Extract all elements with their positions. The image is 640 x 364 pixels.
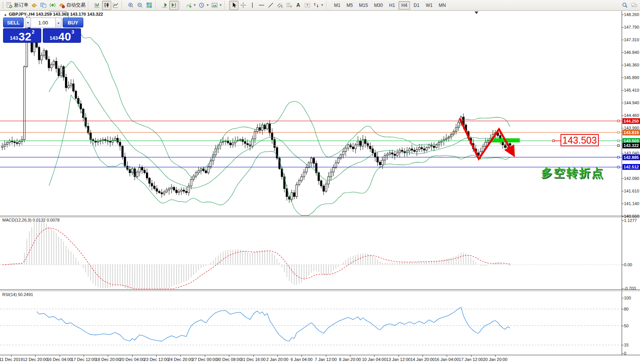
search-button[interactable]: [620, 1, 629, 10]
arrows-icon: [313, 2, 319, 8]
volume-increase-button[interactable]: ▲: [55, 18, 62, 28]
timeframe-m15[interactable]: M15: [356, 1, 371, 10]
autoscroll-icon: [161, 2, 168, 8]
toolbar-group: 新订单自动交易: [5, 1, 87, 10]
timeframe-m1[interactable]: M1: [331, 1, 343, 10]
channel-icon: E: [277, 2, 283, 8]
sell-price-prefix: 143: [10, 35, 18, 41]
pane-separator[interactable]: [0, 291, 640, 291]
timeframe-mn[interactable]: MN: [436, 1, 449, 10]
pane-separator[interactable]: [0, 216, 640, 216]
bar-chart-button[interactable]: [93, 1, 102, 10]
buy-price-sup: 3: [71, 29, 74, 35]
toolbar-group: [160, 1, 178, 10]
market-watch-button[interactable]: [30, 1, 39, 10]
svg-text:F: F: [290, 5, 292, 8]
autotrade-icon: [58, 2, 65, 8]
main-toolbar: 新订单自动交易▼▼▼EFAT▼M1M5M15M30H1H4D1W1MN: [0, 0, 640, 11]
timeframe-w1[interactable]: W1: [423, 1, 435, 10]
sell-price[interactable]: 143 32 2: [3, 28, 41, 43]
tile-icon: [146, 2, 152, 8]
zoomin-icon: [128, 2, 134, 8]
candles-icon: [103, 2, 110, 8]
chat-button[interactable]: [629, 1, 638, 10]
fibo-icon: F: [286, 2, 292, 8]
vline-icon: [249, 2, 256, 8]
zoom-out-button[interactable]: [136, 1, 145, 10]
line-chart-button[interactable]: [111, 1, 120, 10]
trendline-button[interactable]: [266, 1, 275, 10]
svg-text:T: T: [306, 3, 308, 7]
indicators-button[interactable]: ▼: [185, 1, 198, 10]
text-icon: A: [295, 2, 301, 8]
chart-canvas[interactable]: [0, 0, 640, 364]
timeframe-d1[interactable]: D1: [411, 1, 422, 10]
data-window-button[interactable]: [39, 1, 48, 10]
toolbar-group: ▼▼▼: [185, 1, 224, 10]
timeframe-h4[interactable]: H4: [399, 1, 410, 10]
label-icon: T: [304, 2, 311, 8]
toolbar-grip[interactable]: [2, 2, 4, 9]
auto-scroll-button[interactable]: [160, 1, 169, 10]
toolbar-group: [93, 1, 120, 10]
price-callout[interactable]: 143.503: [561, 134, 599, 146]
shift-icon: [170, 2, 177, 8]
box-icon: [31, 2, 37, 8]
equidistant-channel-button[interactable]: E: [275, 1, 284, 10]
sell-price-sup: 2: [32, 29, 34, 35]
templates-button[interactable]: ▼: [210, 1, 223, 10]
trendline-icon: [267, 2, 274, 8]
svg-text:E: E: [281, 5, 283, 8]
buy-price-big: 40: [58, 32, 71, 42]
sell-price-big: 32: [19, 32, 31, 42]
zoom-in-button[interactable]: [126, 1, 136, 10]
svg-text:A: A: [296, 2, 300, 8]
neworder-icon: [6, 2, 13, 8]
symbol-ohlc-label: GBPJPY-,H4 143.259 143.363 143.170 143.3…: [9, 12, 103, 16]
new-order-button[interactable]: 新订单: [5, 1, 30, 10]
timeframe-m5[interactable]: M5: [344, 1, 356, 10]
timeframe-h1[interactable]: H1: [386, 1, 398, 10]
pane-separator[interactable]: [0, 290, 640, 290]
annotation-note[interactable]: 多空转折点: [541, 165, 604, 181]
profile-icon: [40, 2, 47, 8]
pane-separator[interactable]: [0, 217, 640, 217]
collapse-trade-panel-icon[interactable]: ▲: [4, 13, 7, 16]
price-axis-line: [622, 11, 622, 355]
alerts-button[interactable]: [48, 1, 57, 10]
crosshair-button[interactable]: [238, 1, 248, 10]
vertical-line-button[interactable]: [248, 1, 257, 10]
timeframe-m30[interactable]: M30: [371, 1, 386, 10]
arrows-button[interactable]: ▼: [312, 1, 325, 10]
search-icon: [622, 2, 628, 8]
toolbar-group: EFAT▼: [229, 1, 325, 10]
buy-button[interactable]: BUY: [63, 18, 83, 28]
indicators-icon: [186, 2, 192, 8]
buy-price-prefix: 143: [50, 35, 58, 41]
buy-price[interactable]: 143 40 3: [43, 28, 81, 43]
candlestick-chart-button[interactable]: [102, 1, 111, 10]
toolbar-separator: [224, 1, 228, 10]
toolbar-separator: [155, 1, 159, 10]
tile-windows-button[interactable]: [145, 1, 154, 10]
signal-icon: [49, 2, 56, 8]
cursor-button[interactable]: [229, 1, 238, 10]
horizontal-line-button[interactable]: [257, 1, 266, 10]
volume-input[interactable]: [31, 18, 55, 28]
time-axis-line: [0, 355, 640, 355]
periods-button[interactable]: ▼: [197, 1, 210, 10]
fibonacci-button[interactable]: F: [284, 1, 293, 10]
template-icon: [211, 2, 218, 8]
auto-trading-button[interactable]: 自动交易: [57, 1, 87, 10]
chart-shift-marker[interactable]: [475, 11, 478, 14]
sell-button[interactable]: SELL: [3, 18, 24, 28]
toolbar-separator: [180, 1, 183, 10]
chart-shift-button[interactable]: [169, 1, 178, 10]
rsi-label: RSI(14) 50.2491: [2, 292, 33, 297]
text-label-button[interactable]: T: [303, 1, 312, 10]
toolbar-separator: [326, 1, 330, 10]
toolbar-separator: [122, 1, 125, 10]
volume-decrease-button[interactable]: ▼: [25, 18, 31, 28]
text-button[interactable]: A: [293, 1, 303, 10]
macd-label: MACD(12,26,9) 0.0132 0.0078: [2, 218, 60, 222]
